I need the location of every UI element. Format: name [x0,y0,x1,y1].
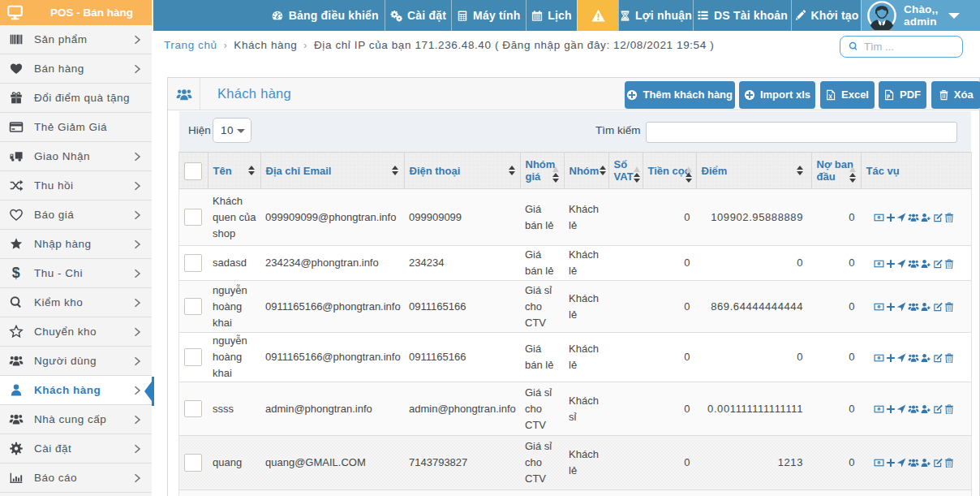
svg-text:$: $ [12,266,20,280]
